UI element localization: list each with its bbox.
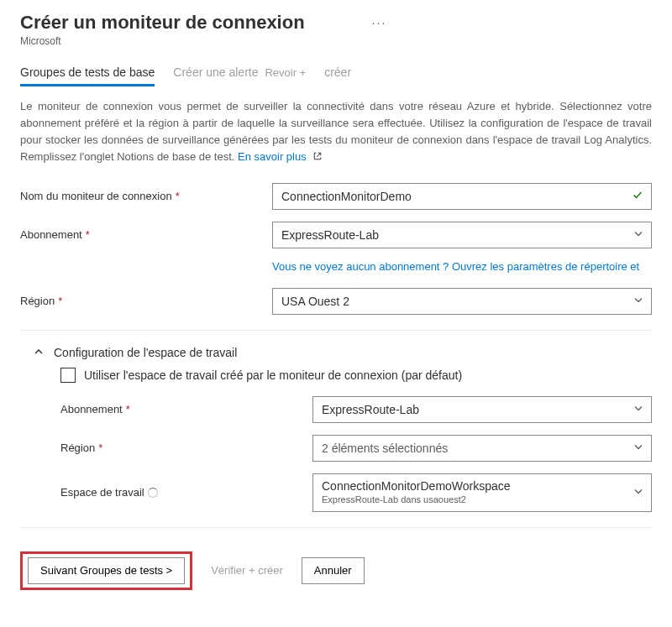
label-ws-subscription: Abonnement — [60, 403, 123, 415]
workspace-section-toggle[interactable]: Configuration de l'espace de travail — [34, 346, 652, 359]
footer-actions: Suivant Groupes de tests > Vérifier + cr… — [20, 551, 652, 590]
cancel-button[interactable]: Annuler — [302, 557, 365, 584]
page-subtitle: Microsoft — [20, 35, 652, 47]
create-label: créer — [258, 564, 283, 577]
tabs-bar: Groupes de tests de base Créer une alert… — [20, 65, 652, 86]
ws-subscription-value: ExpressRoute-Lab — [322, 403, 419, 416]
default-workspace-checkbox[interactable] — [60, 368, 76, 383]
ws-region-value: 2 éléments sélectionnés — [322, 442, 448, 455]
row-subscription: Abonnement * ExpressRoute-Lab — [20, 222, 652, 248]
workspace-section-title: Configuration de l'espace de travail — [54, 346, 237, 359]
external-link-icon — [312, 149, 323, 159]
monitor-name-input[interactable] — [272, 183, 652, 210]
ws-name-select[interactable]: ConnectionMonitorDemoWorkspace ExpressRo… — [312, 473, 652, 512]
required-icon: * — [126, 403, 130, 415]
verify-label: Vérifier + — [211, 564, 255, 577]
tab-alert-review[interactable]: Créer une alerte Revoir + — [173, 65, 306, 84]
row-ws-name: Espace de travail ConnectionMonitorDemoW… — [60, 473, 652, 512]
row-ws-subscription: Abonnement * ExpressRoute-Lab — [60, 396, 652, 423]
validation-ok-icon — [632, 189, 643, 203]
next-button[interactable]: Suivant Groupes de tests > — [28, 557, 185, 584]
subscription-select[interactable]: ExpressRoute-Lab — [272, 222, 652, 248]
page-title: Créer un moniteur de connexion — [20, 12, 305, 34]
loading-spinner-icon — [148, 488, 158, 498]
label-subscription: Abonnement — [20, 228, 82, 241]
ws-subscription-select[interactable]: ExpressRoute-Lab — [312, 396, 652, 423]
label-ws-name: Espace de travail — [60, 486, 144, 499]
ws-name-primary: ConnectionMonitorDemoWorkspace — [322, 479, 626, 494]
divider — [20, 330, 652, 331]
learn-more-link[interactable]: En savoir plus — [238, 150, 307, 163]
row-default-workspace: Utiliser l'espace de travail créé par le… — [60, 368, 652, 383]
subscription-value: ExpressRoute-Lab — [281, 228, 379, 242]
divider — [20, 527, 652, 528]
next-button-suffix: Groupes de tests > — [80, 564, 172, 577]
row-ws-region: Région * 2 éléments sélectionnés — [60, 435, 652, 462]
required-icon: * — [86, 228, 90, 241]
label-monitor-name: Nom du moniteur de connexion — [20, 190, 172, 202]
subscription-help-text[interactable]: Vous ne voyez aucun abonnement ? Ouvrez … — [272, 260, 639, 273]
next-button-prefix: Suivant — [40, 564, 76, 577]
required-icon: * — [176, 190, 180, 202]
subscription-helper: Vous ne voyez aucun abonnement ? Ouvrez … — [272, 260, 652, 273]
row-region: Région * USA Ouest 2 — [20, 288, 652, 315]
tab-create[interactable]: créer — [324, 65, 351, 84]
row-monitor-name: Nom du moniteur de connexion * — [20, 183, 652, 210]
chevron-up-icon — [34, 346, 44, 359]
verify-create-disabled: Vérifier + créer — [211, 564, 283, 577]
default-workspace-label: Utiliser l'espace de travail créé par le… — [84, 368, 462, 382]
ws-name-secondary: ExpressRoute-Lab dans usaouest2 — [322, 494, 626, 505]
intro-text: Le moniteur de connexion vous permet de … — [20, 98, 652, 166]
region-select[interactable]: USA Ouest 2 — [272, 288, 652, 315]
required-icon: * — [98, 442, 102, 454]
intro-body: Le moniteur de connexion vous permet de … — [20, 100, 652, 163]
highlight-box: Suivant Groupes de tests > — [20, 551, 192, 590]
required-icon: * — [58, 295, 62, 307]
tab-alert-label: Créer une alerte — [173, 65, 258, 79]
region-value: USA Ouest 2 — [281, 295, 349, 308]
more-icon[interactable]: ··· — [372, 16, 387, 29]
ws-region-select[interactable]: 2 éléments sélectionnés — [312, 435, 652, 462]
label-ws-region: Région — [60, 442, 95, 454]
tab-basics[interactable]: Groupes de tests de base — [20, 65, 155, 86]
label-region: Région — [20, 295, 55, 307]
tab-review-label: Revoir + — [265, 66, 306, 79]
